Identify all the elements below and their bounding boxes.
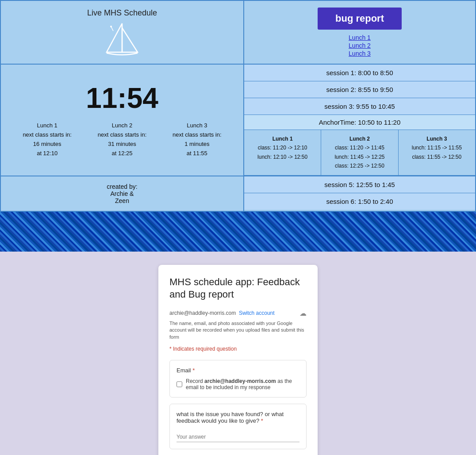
credits-line1: created by: [107,183,137,190]
lunch3-session: Lunch 3 lunch: 11:15 -> 11:55 class: 11:… [399,130,475,175]
lunch3-minutes: 1 minutes [184,140,209,149]
lunch3-link[interactable]: Lunch 3 [349,50,371,57]
app-title: Live MHS Schedule [87,8,157,18]
lunch2-time: at 12:25 [111,149,132,158]
sessions-bottom: session 5: 12:55 to 1:45 session 6: 1:50… [244,176,475,211]
question1-label: what is the issue you have found? or wha… [177,411,299,424]
ls2-line1: class: 11:20 -> 11:45 [335,145,384,151]
right-section: bug report Lunch 1 Lunch 2 Lunch 3 [244,1,475,64]
lunch1-label: next class starts in: [23,130,72,140]
email-section: Email * Record archie@haddley-morris.com… [169,360,307,398]
bottom-row: created by: Archie & Zeen session 5: 12:… [1,176,475,211]
ls3-line1: lunch: 11:15 -> 11:55 [412,145,462,151]
lunch-sessions-row: Lunch 1 class: 11:20 -> 12:10 lunch: 12:… [244,130,475,176]
session5-row: session 5: 12:55 to 1:45 [244,176,475,193]
ls3-name: Lunch 3 [426,136,447,142]
credits-text: created by: Archie & Zeen [107,183,137,204]
ls2-line3: class: 12:25 -> 12:50 [335,163,384,169]
lunch2-link[interactable]: Lunch 2 [349,42,371,49]
credits-line2: Archie & [111,190,134,197]
sailboat-logo [102,21,142,57]
bug-report-button[interactable]: bug report [318,8,402,30]
mosaic-divider [0,212,476,252]
svg-line-4 [111,27,113,31]
lunch1-name: Lunch 1 [37,121,58,130]
lunch1-time: at 12:10 [37,149,58,158]
top-row: Live MHS Schedule bug report Lunch 1 Lun… [1,1,475,65]
logo-section: Live MHS Schedule [1,1,244,64]
required-notice: * Indicates required question [169,346,307,352]
ls2-line2: lunch: 11:45 -> 12:25 [334,154,384,160]
lunch2-minutes: 31 minutes [108,140,136,149]
time-section: 11:54 Lunch 1 next class starts in: 16 m… [1,65,244,176]
lunch1-col: Lunch 1 next class starts in: 16 minutes… [23,121,72,158]
account-row: archie@haddley-morris.com Switch account… [169,309,307,317]
email-required: * [192,367,195,374]
lunch3-col: Lunch 3 next class starts in: 1 minutes … [173,121,222,158]
time-row: 11:54 Lunch 1 next class starts in: 16 m… [1,65,475,176]
question1-input[interactable] [177,432,299,442]
checkbox-email: archie@haddley-morris.com [204,378,276,384]
ls3-line2: class: 11:55 -> 12:50 [412,154,461,160]
ls2-name: Lunch 2 [349,136,370,142]
lunch2-name: Lunch 2 [112,121,132,130]
credits-section: created by: Archie & Zeen [1,176,244,211]
ls1-line2: lunch: 12:10 -> 12:50 [257,154,307,160]
session6-row: session 6: 1:50 to 2:40 [244,193,475,210]
question1-section: what is the issue you have found? or wha… [169,404,307,449]
svg-marker-1 [122,28,138,52]
current-time: 11:54 [86,82,158,115]
svg-marker-0 [107,23,122,52]
credits-line3: Zeen [115,197,129,204]
feedback-section: MHS schedule app: Feedback and Bug repor… [0,252,476,455]
lunch1-link[interactable]: Lunch 1 [349,34,371,41]
email-checkbox[interactable] [177,381,182,387]
lunch-links: Lunch 1 Lunch 2 Lunch 3 [349,34,371,57]
ls1-line1: class: 11:20 -> 12:10 [258,145,307,151]
q1-required: * [261,417,263,424]
account-notice: The name, email, and photo associated wi… [169,320,307,340]
ls1-name: Lunch 1 [273,136,293,142]
email-label: Email * [177,367,299,374]
lunch1-session: Lunch 1 class: 11:20 -> 12:10 lunch: 12:… [244,130,321,175]
account-email: archie@haddley-morris.com Switch account [169,310,275,316]
sessions-section: session 1: 8:00 to 8:50 session 2: 8:55 … [244,65,475,176]
lunch3-time: at 11:55 [187,149,207,158]
lunch1-minutes: 16 minutes [33,140,61,149]
lunch2-col: Lunch 2 next class starts in: 31 minutes… [98,121,147,158]
switch-account-link[interactable]: Switch account [239,310,275,316]
session3-row: session 3: 9:55 to 10:45 [244,98,475,115]
form-title: MHS schedule app: Feedback and Bug repor… [169,276,307,301]
lunch3-name: Lunch 3 [187,121,207,130]
email-checkbox-row: Record archie@haddley-morris.com as the … [177,378,299,390]
lunch3-label: next class starts in: [173,130,222,140]
lunch-grid: Lunch 1 next class starts in: 16 minutes… [10,121,234,158]
cloud-icon: ☁ [299,309,307,317]
schedule-app: Live MHS Schedule bug report Lunch 1 Lun… [0,0,476,212]
session1-row: session 1: 8:00 to 8:50 [244,65,475,81]
lunch2-session: Lunch 2 class: 11:20 -> 11:45 lunch: 11:… [321,130,398,175]
checkbox-label: Record archie@haddley-morris.com as the … [186,378,299,390]
anchor-time-row: AnchorTime: 10:50 to 11:20 [244,115,475,130]
session2-row: session 2: 8:55 to 9:50 [244,81,475,98]
form-card: MHS schedule app: Feedback and Bug repor… [158,265,318,455]
lunch2-label: next class starts in: [98,130,147,140]
